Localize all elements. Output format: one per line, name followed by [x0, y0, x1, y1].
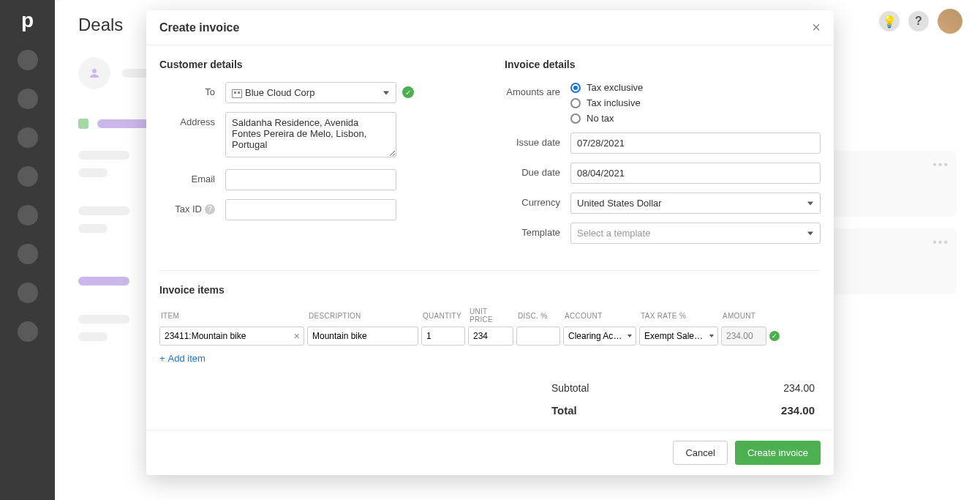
radio-no-tax[interactable]: No tax: [570, 113, 821, 124]
check-icon: [402, 86, 414, 98]
hint-icon[interactable]: 💡: [879, 11, 900, 31]
subtotal-value: 234.00: [783, 382, 815, 394]
col-tax-rate: TAX RATE %: [639, 312, 718, 320]
cancel-button[interactable]: Cancel: [673, 441, 727, 465]
item-amount: [721, 327, 766, 346]
item-quantity-input[interactable]: [421, 327, 465, 346]
total-label: Total: [551, 404, 577, 417]
currency-select[interactable]: United States Dollar: [570, 193, 821, 214]
tax-id-input[interactable]: [225, 199, 396, 220]
items-section-title: Invoice items: [159, 284, 821, 296]
item-account-select[interactable]: Clearing Acc…: [563, 327, 636, 346]
email-label: Email: [159, 169, 225, 184]
nav-item[interactable]: [18, 89, 38, 109]
logo: p: [21, 9, 34, 32]
radio-tax-exclusive[interactable]: Tax exclusive: [570, 82, 821, 93]
nav-item[interactable]: [18, 321, 38, 342]
col-description: DESCRIPTION: [307, 312, 418, 320]
subtotal-label: Subtotal: [551, 382, 589, 394]
item-unit-price-input[interactable]: [468, 327, 513, 346]
template-select[interactable]: Select a template: [570, 223, 821, 244]
item-disc-input[interactable]: [516, 327, 560, 346]
clear-icon[interactable]: ×: [294, 330, 300, 342]
nav-item[interactable]: [18, 205, 38, 225]
nav-item[interactable]: [18, 50, 38, 70]
currency-label: Currency: [505, 193, 570, 208]
to-select[interactable]: Blue Cloud Corp: [225, 82, 396, 103]
help-icon[interactable]: ?: [205, 204, 215, 214]
to-label: To: [159, 82, 225, 97]
item-name-input[interactable]: [159, 327, 304, 346]
plus-icon: +: [159, 353, 165, 364]
add-item-button[interactable]: +Add item: [159, 353, 206, 364]
modal-title: Create invoice: [159, 21, 239, 34]
col-disc: DISC. %: [516, 312, 560, 320]
create-invoice-modal: Create invoice × Customer details To Blu…: [146, 10, 834, 475]
col-account: ACCOUNT: [563, 312, 636, 320]
total-value: 234.00: [781, 404, 815, 417]
item-description-input[interactable]: [307, 327, 418, 346]
address-input[interactable]: Saldanha Residence, Avenida Fontes Perei…: [225, 112, 396, 157]
create-invoice-button[interactable]: Create invoice: [735, 441, 821, 465]
due-date-input[interactable]: [570, 163, 821, 184]
amounts-radio-group: Tax exclusive Tax inclusive No tax: [570, 82, 821, 124]
amounts-label: Amounts are: [505, 82, 570, 97]
nav-item[interactable]: [18, 127, 38, 148]
topbar: 💡 ?: [879, 9, 962, 34]
col-item: ITEM: [159, 312, 304, 320]
help-icon[interactable]: ?: [908, 11, 929, 31]
radio-tax-inclusive[interactable]: Tax inclusive: [570, 97, 821, 108]
issue-date-label: Issue date: [505, 133, 570, 148]
nav-item[interactable]: [18, 166, 38, 187]
check-icon: [769, 331, 780, 341]
nav-item[interactable]: [18, 244, 38, 264]
col-quantity: QUANTITY: [421, 312, 465, 320]
user-avatar[interactable]: [938, 9, 962, 34]
modal-footer: Cancel Create invoice: [146, 430, 834, 475]
col-amount: AMOUNT: [721, 312, 766, 320]
close-icon[interactable]: ×: [812, 19, 821, 36]
template-label: Template: [505, 223, 570, 238]
col-unit-price: UNIT PRICE: [468, 307, 513, 324]
nav-item[interactable]: [18, 283, 38, 303]
building-icon: [232, 89, 242, 98]
customer-section-title: Customer details: [159, 59, 475, 70]
nav-sidebar: p: [0, 0, 55, 500]
email-input[interactable]: [225, 169, 396, 190]
svg-point-0: [92, 69, 97, 73]
modal-header: Create invoice ×: [146, 10, 834, 45]
item-tax-rate-select[interactable]: Exempt Sale…: [639, 327, 718, 346]
due-date-label: Due date: [505, 163, 570, 178]
invoice-details-section: Invoice details Amounts are Tax exclusiv…: [505, 59, 821, 253]
address-label: Address: [159, 112, 225, 127]
tax-id-label: Tax ID?: [159, 199, 225, 214]
customer-details-section: Customer details To Blue Cloud Corp Addr…: [159, 59, 475, 253]
invoice-section-title: Invoice details: [505, 59, 821, 70]
invoice-items-section: Invoice items ITEM DESCRIPTION QUANTITY …: [159, 270, 821, 417]
issue-date-input[interactable]: [570, 133, 821, 154]
